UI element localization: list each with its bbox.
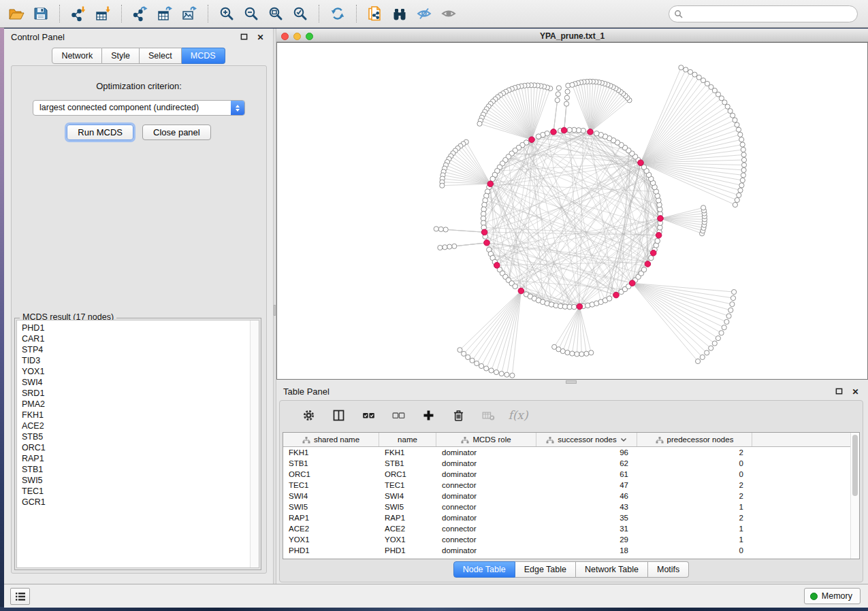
network-hub-node[interactable] <box>518 288 524 294</box>
table-cell[interactable]: connector <box>436 501 536 512</box>
network-hub-node[interactable] <box>551 129 557 135</box>
optimization-criterion-select[interactable]: largest connected component (undirected) <box>33 100 245 116</box>
network-node[interactable] <box>730 113 735 118</box>
network-node[interactable] <box>736 127 741 132</box>
network-node[interactable] <box>572 304 577 310</box>
network-node[interactable] <box>741 163 746 167</box>
table-cell[interactable]: TEC1 <box>379 480 436 491</box>
table-cell[interactable]: connector <box>436 523 536 534</box>
mcds-result-item[interactable]: PHD1 <box>22 323 250 333</box>
unselect-all-columns-button[interactable] <box>383 404 413 426</box>
network-node[interactable] <box>565 350 570 355</box>
column-header-predecessor-nodes[interactable]: predecessor nodes <box>637 433 752 446</box>
network-node[interactable] <box>733 202 737 207</box>
select-all-columns-button[interactable] <box>353 404 383 426</box>
network-node[interactable] <box>739 137 744 142</box>
run-mcds-button[interactable]: Run MCDS <box>67 125 133 140</box>
column-header-shared-name[interactable]: shared name <box>283 433 379 446</box>
network-node[interactable] <box>701 78 705 83</box>
table-cell[interactable]: SWI4 <box>283 491 379 501</box>
network-node[interactable] <box>737 193 741 197</box>
table-cell[interactable]: ORC1 <box>379 469 436 480</box>
network-node[interactable] <box>584 351 589 356</box>
hide-graphics-details-button[interactable] <box>412 3 436 24</box>
network-hub-node[interactable] <box>658 216 664 222</box>
network-node[interactable] <box>556 92 560 97</box>
table-cell[interactable]: 96 <box>536 447 637 458</box>
scrollbar-thumb[interactable] <box>852 435 858 496</box>
mcds-result-item[interactable]: GCR1 <box>22 497 250 508</box>
network-node[interactable] <box>722 325 726 330</box>
mcds-result-item[interactable]: PMA2 <box>22 399 250 410</box>
table-cell[interactable]: 35 <box>536 512 637 523</box>
table-cell[interactable]: connector <box>436 480 536 491</box>
network-node[interactable] <box>740 178 745 182</box>
network-node[interactable] <box>696 359 701 363</box>
table-cell[interactable]: ORC1 <box>283 469 379 480</box>
table-cell[interactable]: 1 <box>637 534 752 545</box>
network-node[interactable] <box>579 352 584 357</box>
network-node[interactable] <box>443 245 447 250</box>
table-cell[interactable]: 62 <box>536 458 637 469</box>
import-table-button[interactable] <box>91 3 115 24</box>
mcds-result-item[interactable]: TID3 <box>22 355 250 366</box>
table-cell[interactable]: 18 <box>536 545 637 556</box>
mcds-result-item[interactable]: STP4 <box>22 344 250 355</box>
network-node[interactable] <box>434 227 438 231</box>
table-cell[interactable]: SWI4 <box>379 491 436 501</box>
delete-table-button[interactable] <box>473 404 503 426</box>
table-cell[interactable]: 0 <box>637 469 752 480</box>
network-node[interactable] <box>494 370 499 375</box>
network-node[interactable] <box>701 205 706 210</box>
network-node[interactable] <box>641 267 647 273</box>
tab-edge-table[interactable]: Edge Table <box>515 561 576 578</box>
table-cell[interactable]: PHD1 <box>283 545 379 556</box>
network-node[interactable] <box>741 152 746 157</box>
network-node[interactable] <box>719 331 724 335</box>
tab-network[interactable]: Network <box>52 48 102 64</box>
mcds-result-item[interactable]: SRD1 <box>22 388 250 399</box>
mcds-result-item[interactable]: ACE2 <box>22 420 250 431</box>
table-row[interactable]: PHD1PHD1dominator180 <box>283 545 859 556</box>
network-node[interactable] <box>513 284 518 289</box>
table-cell[interactable]: ACE2 <box>283 523 379 534</box>
table-cell[interactable]: 61 <box>536 469 637 480</box>
toolbar-search-field[interactable] <box>669 5 858 22</box>
network-node[interactable] <box>484 366 489 371</box>
new-network-from-selection-button[interactable] <box>363 3 387 24</box>
network-hub-node[interactable] <box>487 181 494 187</box>
table-row[interactable]: STB1STB1dominator620 <box>283 458 859 469</box>
zoom-selected-button[interactable] <box>288 3 312 24</box>
network-node[interactable] <box>479 363 484 368</box>
table-cell[interactable]: 2 <box>637 447 752 458</box>
network-node[interactable] <box>741 147 745 152</box>
toggle-panes-button[interactable] <box>323 404 353 426</box>
mcds-result-item[interactable]: CAR1 <box>22 333 250 344</box>
table-cell[interactable]: RAP1 <box>283 512 379 523</box>
table-row[interactable]: TEC1TEC1connector472 <box>283 480 859 491</box>
network-node[interactable] <box>725 104 730 109</box>
mcds-result-item[interactable]: STB1 <box>22 464 250 475</box>
export-image-button[interactable] <box>177 3 202 24</box>
network-node[interactable] <box>567 127 573 133</box>
network-hub-node[interactable] <box>577 303 583 310</box>
network-node[interactable] <box>738 132 743 137</box>
table-cell[interactable]: YOX1 <box>379 534 436 545</box>
network-node[interactable] <box>475 361 479 366</box>
function-builder-button[interactable]: f(x) <box>503 404 533 426</box>
open-file-button[interactable] <box>4 3 29 24</box>
network-node[interactable] <box>735 197 739 202</box>
network-node[interactable] <box>452 244 457 248</box>
table-cell[interactable]: 2 <box>637 491 752 501</box>
table-cell[interactable]: TEC1 <box>283 480 379 491</box>
show-graphics-details-button[interactable] <box>436 3 461 24</box>
network-node[interactable] <box>477 121 482 126</box>
table-cell[interactable]: 31 <box>536 523 637 534</box>
table-cell[interactable]: 2 <box>637 512 752 523</box>
network-hub-node[interactable] <box>656 233 662 239</box>
tab-network-table[interactable]: Network Table <box>576 561 648 578</box>
network-hub-node[interactable] <box>494 263 500 269</box>
table-cell[interactable]: PHD1 <box>379 545 436 556</box>
memory-button[interactable]: Memory <box>804 588 861 604</box>
network-node[interactable] <box>730 302 735 307</box>
